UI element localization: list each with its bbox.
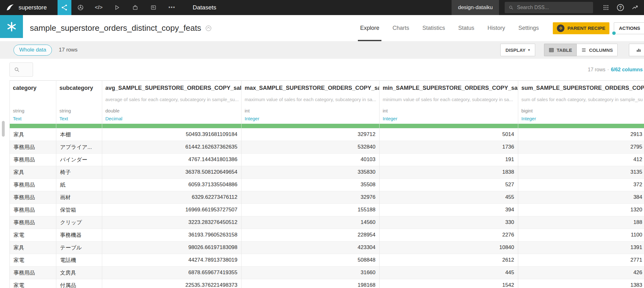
column-header[interactable]: subcategory <box>56 81 102 95</box>
cell-number[interactable]: 50493.391681109184 <box>102 128 242 141</box>
cell-number[interactable]: 3135 <box>518 166 644 178</box>
code-icon[interactable]: </> <box>90 0 108 15</box>
dss-search[interactable] <box>505 2 593 13</box>
cell-number[interactable]: 335830 <box>242 166 380 178</box>
cell-number[interactable]: 330 <box>380 216 518 229</box>
cell-number[interactable]: 426 <box>518 266 644 279</box>
cell-number[interactable]: 36193.79605263158 <box>102 229 242 241</box>
cell-text[interactable]: 事務機器 <box>56 229 102 241</box>
jobs-bag-icon[interactable] <box>126 0 144 15</box>
cell-number[interactable]: 61442.162637362635 <box>102 141 242 153</box>
cell-number[interactable]: 2913 <box>518 128 644 141</box>
cell-number[interactable]: 329712 <box>242 128 380 141</box>
whole-data-pill[interactable]: Whole data <box>14 45 52 56</box>
cell-number[interactable]: 1542 <box>380 279 518 288</box>
cell-text[interactable]: 事務用品 <box>10 266 56 279</box>
cell-number[interactable]: 3223.283276450512 <box>102 216 242 229</box>
cell-number[interactable]: 188 <box>518 216 644 229</box>
cell-number[interactable]: 4767.144341801386 <box>102 153 242 166</box>
cell-number[interactable]: 6059.371335504886 <box>102 178 242 191</box>
wiki-icon[interactable] <box>144 0 163 15</box>
cell-number[interactable]: 198168 <box>242 279 380 288</box>
dataiku-logo[interactable] <box>5 2 15 13</box>
cell-number[interactable]: 2612 <box>380 254 518 266</box>
cell-number[interactable]: 40103 <box>242 153 380 166</box>
nav-section-label[interactable]: Datasets <box>193 4 216 11</box>
cell-text[interactable]: アプライア... <box>56 141 102 153</box>
cell-text[interactable]: 電話機 <box>56 254 102 266</box>
cell-text[interactable]: 紙 <box>56 178 102 191</box>
cell-text[interactable]: クリップ <box>56 216 102 229</box>
cell-text[interactable]: テーブル <box>56 241 102 254</box>
cell-number[interactable]: 6329.62273476112 <box>102 191 242 204</box>
validity-gauge[interactable] <box>518 124 644 128</box>
tab-charts[interactable]: Charts <box>386 15 416 41</box>
cell-text[interactable]: 事務用品 <box>10 153 56 166</box>
validity-gauge[interactable] <box>10 124 56 128</box>
cell-number[interactable]: 384 <box>518 191 644 204</box>
column-meaning-link[interactable]: Decimal <box>105 116 122 121</box>
flow-icon[interactable] <box>58 0 71 15</box>
cell-number[interactable]: 31660 <box>242 266 380 279</box>
validity-gauge[interactable] <box>56 124 102 128</box>
apps-grid-icon[interactable] <box>599 0 613 15</box>
cell-text[interactable]: 家具 <box>10 128 56 141</box>
actions-button[interactable]: ACTIONS <box>614 22 644 34</box>
cell-text[interactable]: 文房具 <box>56 266 102 279</box>
cell-number[interactable]: 455 <box>380 191 518 204</box>
cell-text[interactable]: 付属品 <box>56 279 102 288</box>
cell-text[interactable]: 保管箱 <box>56 204 102 216</box>
cell-number[interactable]: 35508 <box>242 178 380 191</box>
cell-number[interactable]: 1391 <box>518 241 644 254</box>
cell-number[interactable]: 191 <box>380 153 518 166</box>
display-button[interactable]: DISPLAY ▾ <box>500 44 536 56</box>
table-view-button[interactable]: TABLE <box>544 44 577 56</box>
cell-number[interactable]: 423304 <box>242 241 380 254</box>
cell-text[interactable]: 家具 <box>10 241 56 254</box>
column-meaning-link[interactable]: Integer <box>245 116 259 121</box>
env-badge[interactable]: design-dataiku <box>452 0 499 15</box>
sharing-status-icon[interactable] <box>205 25 212 32</box>
jobs-play-icon[interactable] <box>108 0 126 15</box>
more-icon[interactable]: ⋯ <box>163 0 181 15</box>
column-header[interactable]: sum_SAMPLE_SUPERSTORE_ORDERS_COPY_sa <box>518 81 644 95</box>
cell-number[interactable]: 1320 <box>518 204 644 216</box>
column-meaning-link[interactable]: Text <box>59 116 68 121</box>
cell-number[interactable]: 2276 <box>380 229 518 241</box>
cell-text[interactable]: 事務用品 <box>10 191 56 204</box>
cell-number[interactable]: 394 <box>380 204 518 216</box>
tab-explore[interactable]: Explore <box>353 15 386 41</box>
cell-number[interactable]: 532840 <box>242 141 380 153</box>
validity-gauge[interactable] <box>380 124 518 128</box>
column-count[interactable]: 6/62 columns <box>611 67 643 72</box>
quick-chart-button[interactable] <box>629 44 644 56</box>
cell-number[interactable]: 16969.661953727507 <box>102 204 242 216</box>
cell-text[interactable]: 家電 <box>10 229 56 241</box>
column-meaning-link[interactable]: Text <box>13 116 22 121</box>
cell-number[interactable]: 5014 <box>380 128 518 141</box>
tab-settings[interactable]: Settings <box>512 15 545 41</box>
cell-text[interactable]: バインダー <box>56 153 102 166</box>
cell-number[interactable]: 445 <box>380 266 518 279</box>
column-header[interactable]: category <box>10 81 56 95</box>
cell-number[interactable]: 372 <box>518 178 644 191</box>
cell-number[interactable]: 1383 <box>518 279 644 288</box>
cell-text[interactable]: 事務用品 <box>10 178 56 191</box>
cell-number[interactable]: 1100 <box>518 229 644 241</box>
cell-text[interactable]: 事務用品 <box>10 216 56 229</box>
cell-number[interactable]: 14560 <box>242 216 380 229</box>
vertical-scrollbar-handle[interactable] <box>2 121 5 137</box>
cell-number[interactable]: 228954 <box>242 229 380 241</box>
cell-number[interactable]: 155188 <box>242 204 380 216</box>
columns-view-button[interactable]: COLUMNS <box>577 44 618 56</box>
cell-number[interactable]: 527 <box>380 178 518 191</box>
datasets-icon[interactable] <box>71 0 90 15</box>
parent-recipe-button[interactable]: PARENT RECIPE <box>553 22 609 34</box>
validity-gauge[interactable] <box>242 124 379 128</box>
column-header[interactable]: max_SAMPLE_SUPERSTORE_ORDERS_COPY_sales <box>242 81 380 95</box>
cell-text[interactable]: 事務用品 <box>10 141 56 153</box>
cell-text[interactable]: 椅子 <box>56 166 102 178</box>
cell-number[interactable]: 22535.376221498373 <box>102 279 242 288</box>
search-input[interactable] <box>517 5 589 10</box>
cell-text[interactable]: 本棚 <box>56 128 102 141</box>
